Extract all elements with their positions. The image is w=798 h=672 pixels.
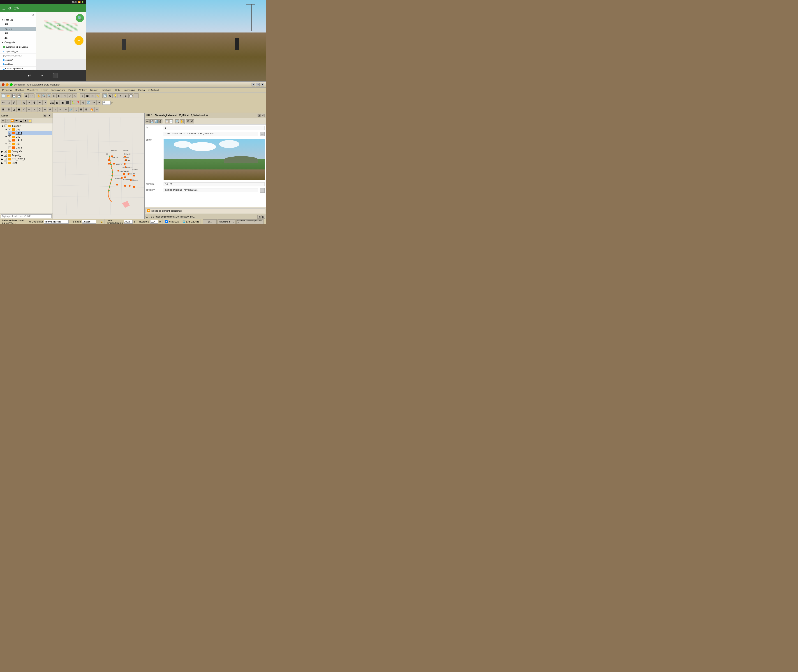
- measure-btn[interactable]: 📏: [95, 93, 100, 98]
- save-btn[interactable]: 💾: [11, 93, 16, 98]
- t2-11[interactable]: ⊞: [55, 100, 60, 105]
- open-btn[interactable]: 📂: [6, 93, 11, 98]
- select-btn[interactable]: ▣: [85, 93, 90, 98]
- layer-cb-ur3[interactable]: ✓: [8, 142, 11, 145]
- zoom-in-btn[interactable]: 🔍: [41, 93, 46, 98]
- calc-btn[interactable]: ≡: [123, 93, 128, 98]
- mobile-layer-foto-ur[interactable]: ▼ Foto UR: [0, 18, 36, 22]
- layer-filter[interactable]: 🔽: [10, 119, 14, 123]
- zoom-full-btn[interactable]: ⊞: [52, 93, 57, 98]
- deselect-btn[interactable]: □: [90, 93, 95, 98]
- menu-layer[interactable]: Layer: [40, 88, 49, 92]
- zoom-out-btn[interactable]: 🔍: [46, 93, 51, 98]
- mobile-layer-poly[interactable]: pyarchinit_siti_polygonal: [0, 45, 36, 49]
- layer-cb-corografia[interactable]: ✓: [4, 150, 7, 153]
- t3-2[interactable]: ⊡: [6, 107, 11, 112]
- t2-14[interactable]: 🐍: [70, 100, 75, 105]
- render-checkbox[interactable]: [165, 220, 168, 223]
- new-btn[interactable]: 📄: [1, 93, 6, 98]
- t2-13[interactable]: ⬛: [65, 100, 70, 105]
- mobile-add-button[interactable]: +: [74, 36, 83, 45]
- save-as-btn[interactable]: 💾: [16, 93, 21, 98]
- layer-ur3-header[interactable]: ▼ ✓ UR3: [4, 142, 52, 146]
- t3-19[interactable]: »: [94, 107, 99, 112]
- layer-cb-progetti[interactable]: ✓: [4, 154, 7, 157]
- mobile-layer-ur2[interactable]: UR2: [0, 31, 36, 36]
- menu-raster[interactable]: Raster: [89, 88, 99, 92]
- home-icon[interactable]: ⌂: [41, 73, 43, 78]
- layer-cb-ur3-item[interactable]: ✓: [9, 146, 11, 149]
- menu-visualizza[interactable]: Visualizza: [26, 88, 40, 92]
- t3-5[interactable]: ⊙: [22, 107, 27, 112]
- menu-web[interactable]: Web: [113, 88, 121, 92]
- layer-osm-header[interactable]: ▶ OSM: [0, 161, 52, 165]
- id-btn[interactable]: ℹ: [80, 93, 85, 98]
- t3-11[interactable]: ↕: [53, 107, 58, 112]
- attr-nav-right[interactable]: ▷: [261, 215, 265, 219]
- t3-17[interactable]: ⊡: [84, 107, 89, 112]
- t2-17[interactable]: 🔄: [86, 100, 91, 105]
- layer-group[interactable]: 📁: [28, 119, 32, 123]
- t3-8[interactable]: ⬡: [37, 107, 42, 112]
- mobile-layer-siti[interactable]: ▲ pyarchinit_siti: [0, 49, 36, 54]
- layer-add[interactable]: +: [1, 119, 5, 123]
- refresh-btn[interactable]: 🔄: [102, 93, 107, 98]
- attr-nav-left[interactable]: ◁: [257, 215, 261, 219]
- t3-14[interactable]: 🔗: [68, 107, 74, 112]
- layer-eye[interactable]: 👁: [14, 119, 19, 123]
- t3-4[interactable]: ⬟: [16, 107, 21, 112]
- t3-3[interactable]: ◻: [11, 107, 16, 112]
- attr-zoom[interactable]: 🔍: [175, 119, 179, 123]
- mobile-layer-entitiesP[interactable]: entitiesP: [0, 58, 36, 62]
- t3-9[interactable]: ✂: [42, 107, 47, 112]
- t2-12[interactable]: ▣: [60, 100, 65, 105]
- t3-6[interactable]: ∿: [27, 107, 32, 112]
- t3-15[interactable]: 🚶: [74, 107, 78, 112]
- t3-1[interactable]: ⊞: [1, 107, 6, 112]
- t3-16[interactable]: ⊞: [79, 107, 84, 112]
- text-btn[interactable]: T: [134, 93, 139, 98]
- t3-7[interactable]: ⊾: [32, 107, 37, 112]
- edit-icon[interactable]: □✎: [14, 6, 19, 10]
- filter-btn[interactable]: ⚙: [108, 93, 113, 98]
- attr-edit[interactable]: ✏: [146, 119, 150, 123]
- menu-progetto[interactable]: Progetto: [1, 88, 13, 92]
- attr-save[interactable]: 💾: [150, 119, 154, 123]
- mobile-layer-criticita[interactable]: Criticità e presenze archeologiche: [0, 67, 36, 70]
- br-button[interactable]: Br...: [203, 219, 217, 224]
- undo-btn[interactable]: ↩: [29, 93, 34, 98]
- layer-progetti-header[interactable]: ▶ ✓ Progetti_: [0, 154, 52, 157]
- layer-cb-ur2-item[interactable]: ✓: [9, 139, 11, 142]
- t2-3[interactable]: 🖊: [11, 100, 16, 105]
- attr-dockable[interactable]: ⊡: [257, 114, 261, 117]
- layer-item-ur1[interactable]: ✓ U.R. 1: [8, 131, 52, 135]
- t2-18[interactable]: ↩: [91, 100, 96, 105]
- t3-18[interactable]: 🔥: [89, 107, 94, 112]
- maximize-button[interactable]: □: [256, 83, 260, 86]
- layer-item-ur3[interactable]: ✓ U.R. 3: [8, 146, 52, 149]
- menu-guida[interactable]: Guida: [137, 88, 146, 92]
- mobile-layer-settings[interactable]: ⚙: [0, 12, 36, 18]
- attr-settings[interactable]: ⚙: [190, 119, 194, 123]
- menu-impostazioni[interactable]: Impostazioni: [50, 88, 66, 92]
- magnifier-input[interactable]: [124, 220, 133, 224]
- attr-delete[interactable]: 🗑: [158, 119, 162, 123]
- mobile-map-canvas[interactable]: R2 R1 🔍 +: [36, 12, 86, 59]
- layer-corografia-header[interactable]: ▶ ✓ Corografia: [0, 150, 52, 153]
- layer-item-ur2[interactable]: ✓ U.R. 2: [8, 139, 52, 142]
- menu-processing[interactable]: Processing: [122, 88, 136, 92]
- attr-copy[interactable]: 📋: [165, 119, 169, 123]
- mobile-layer-ur3[interactable]: UR3: [0, 36, 36, 40]
- attr-dir-browse-btn[interactable]: …: [260, 188, 265, 193]
- t2-7[interactable]: 🗑: [32, 100, 37, 105]
- t3-12[interactable]: ↔: [58, 107, 63, 112]
- t2-15[interactable]: ❓: [75, 100, 80, 105]
- layer-ctr-header[interactable]: ▶ ✓ CTR_2012_1: [0, 157, 52, 161]
- layer-down[interactable]: ▼: [24, 119, 27, 123]
- size-input[interactable]: [102, 101, 110, 105]
- t2-4[interactable]: ↕: [16, 100, 21, 105]
- layer-remove[interactable]: −: [5, 119, 10, 123]
- t2-6[interactable]: ✂: [27, 100, 32, 105]
- zoom-sel-btn[interactable]: ⊡: [57, 93, 62, 98]
- layer-dockable[interactable]: ⊡: [43, 114, 47, 117]
